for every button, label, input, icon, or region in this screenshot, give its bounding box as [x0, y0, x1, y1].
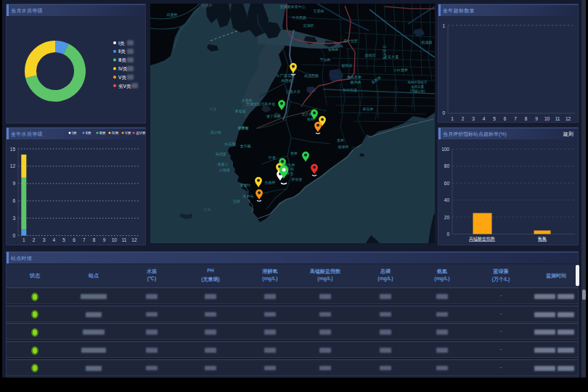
svg-text:汤公甸: 汤公甸: [211, 130, 221, 135]
svg-text:(无锡分校): (无锡分校): [410, 89, 425, 93]
svg-text:12: 12: [565, 116, 571, 121]
svg-text:3: 3: [12, 216, 15, 221]
svg-text:7: 7: [83, 237, 86, 242]
svg-text:2: 2: [33, 237, 36, 242]
svg-text:100: 100: [441, 147, 449, 152]
svg-text:郁家弄: 郁家弄: [342, 63, 353, 68]
svg-text:10: 10: [544, 116, 550, 121]
svg-text:5: 5: [493, 116, 496, 121]
svg-text:10: 10: [112, 237, 118, 242]
svg-text:梁中北区: 梁中北区: [343, 38, 358, 44]
svg-text:4: 4: [52, 237, 55, 242]
svg-text:五星村: 五星村: [314, 9, 324, 14]
svg-text:机场路: 机场路: [422, 40, 433, 45]
svg-text:白石里: 白石里: [225, 142, 236, 147]
svg-text:Ⅰ类: Ⅰ类: [118, 41, 125, 46]
svg-text:40: 40: [444, 197, 450, 203]
svg-text:7: 7: [514, 116, 517, 121]
svg-text:守佳桥: 守佳桥: [320, 57, 331, 62]
svg-text:九滃: 九滃: [203, 207, 211, 212]
svg-text:吉杨桥: 吉杨桥: [265, 180, 276, 185]
svg-text:祝埭桥: 祝埭桥: [338, 144, 349, 150]
svg-text:缘丁石桥: 缘丁石桥: [266, 114, 281, 119]
svg-text:Ⅳ类: Ⅳ类: [118, 66, 128, 71]
svg-text:雅高星桥: 雅高星桥: [347, 75, 362, 80]
svg-text:无锡绿波湾美术馆: 无锡绿波湾美术馆: [246, 102, 275, 107]
svg-text:6: 6: [12, 198, 15, 203]
svg-text:12: 12: [131, 237, 137, 242]
svg-text:吴塘叶: 吴塘叶: [240, 183, 251, 187]
svg-text:青桥: 青桥: [290, 151, 298, 155]
svg-text:南桥头: 南桥头: [243, 194, 254, 198]
svg-text:石渡桥: 石渡桥: [167, 12, 178, 17]
svg-text:江南大学: 江南大学: [286, 89, 301, 94]
svg-text:南泰上: 南泰上: [218, 162, 229, 166]
svg-text:泉桥: 泉桥: [337, 138, 344, 142]
svg-text:立信大道: 立信大道: [382, 45, 387, 60]
svg-text:寿安桥: 寿安桥: [363, 107, 374, 111]
svg-text:12: 12: [10, 163, 16, 168]
svg-text:80: 80: [444, 163, 450, 168]
svg-text:0: 0: [446, 232, 449, 237]
svg-text:小湖渚: 小湖渚: [219, 168, 230, 173]
svg-text:格林中国饭店: 格林中国饭店: [408, 81, 428, 84]
svg-text:叶巷: 叶巷: [269, 155, 276, 160]
svg-text:Ⅱ类: Ⅱ类: [118, 49, 126, 54]
svg-text:东鸡笼: 东鸡笼: [216, 152, 226, 157]
svg-text:1: 1: [23, 237, 25, 242]
svg-text:3: 3: [43, 237, 46, 242]
svg-text:0: 0: [12, 233, 15, 238]
svg-text:超南街: 超南街: [365, 53, 376, 58]
svg-text:东绛桥: 东绛桥: [328, 47, 339, 52]
svg-text:童母墩: 童母墩: [235, 109, 246, 114]
svg-text:中兴西路: 中兴西路: [292, 15, 306, 20]
svg-text:11: 11: [122, 237, 127, 242]
svg-text:氨氮: 氨氮: [538, 236, 547, 241]
svg-text:2: 2: [462, 116, 465, 121]
svg-text:1: 1: [442, 23, 445, 28]
svg-text:11: 11: [555, 116, 560, 121]
svg-text:龙市磡: 龙市磡: [240, 144, 251, 148]
svg-text:高锰酸盐指数: 高锰酸盐指数: [469, 236, 495, 242]
svg-text:惠风桥: 惠风桥: [350, 80, 362, 84]
svg-text:Ⅴ类: Ⅴ类: [118, 75, 126, 80]
svg-text:华庄街道: 华庄街道: [343, 88, 357, 93]
svg-text:Ⅲ类: Ⅲ类: [118, 57, 126, 62]
svg-text:太渔桥: 太渔桥: [242, 98, 253, 102]
svg-text:沈家: 沈家: [233, 199, 240, 204]
svg-text:薛家里: 薛家里: [292, 177, 303, 181]
svg-text:科普馆: 科普馆: [282, 78, 293, 83]
svg-text:8: 8: [93, 237, 96, 242]
svg-text:8: 8: [525, 116, 528, 121]
svg-text:高浪西路: 高浪西路: [304, 73, 319, 78]
svg-text:6: 6: [504, 116, 507, 121]
svg-text:9: 9: [12, 181, 15, 186]
svg-text:60: 60: [444, 181, 450, 186]
svg-text:1: 1: [451, 116, 454, 121]
svg-text:9: 9: [535, 116, 538, 121]
svg-text:劣Ⅴ类: 劣Ⅴ类: [118, 83, 131, 89]
svg-text:小白龙桥: 小白龙桥: [393, 68, 408, 73]
svg-text:5: 5: [62, 237, 65, 242]
svg-text:20: 20: [444, 215, 450, 220]
svg-text:3: 3: [472, 116, 475, 121]
svg-text:15: 15: [10, 147, 16, 152]
svg-text:4: 4: [483, 116, 486, 121]
svg-text:6: 6: [73, 237, 75, 242]
svg-text:0: 0: [442, 110, 445, 115]
svg-text:9: 9: [103, 237, 106, 242]
svg-text:无锡新体育中心: 无锡新体育中心: [280, 4, 306, 9]
svg-text:大渚: 大渚: [209, 107, 216, 112]
svg-text:滨湖区: 滨湖区: [303, 23, 314, 28]
svg-text:羊岐村: 羊岐村: [238, 126, 249, 131]
